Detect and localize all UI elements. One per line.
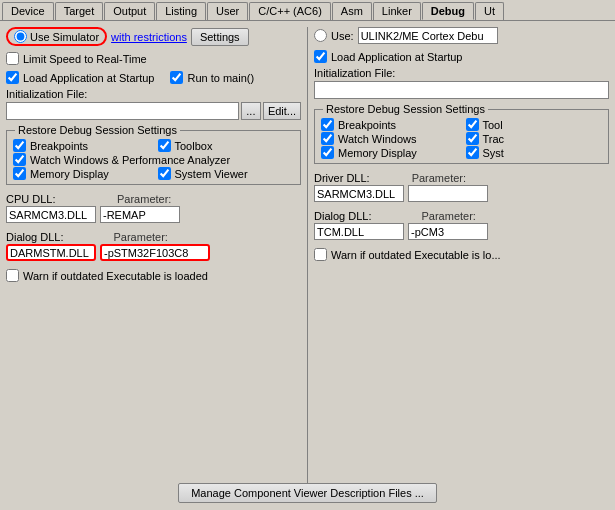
system-viewer-checkbox-left[interactable] <box>158 167 171 180</box>
tab-cpp[interactable]: C/C++ (AC6) <box>249 2 331 20</box>
toolbox-checkbox-right[interactable] <box>466 118 479 131</box>
use-input[interactable] <box>358 27 498 44</box>
toolbox-checkbox-left[interactable] <box>158 139 171 152</box>
warn-checkbox-right[interactable] <box>314 248 327 261</box>
cpu-dll-label: CPU DLL: <box>6 193 61 205</box>
memory-display-row-left: Memory Display <box>13 167 150 180</box>
run-to-main-label: Run to main() <box>187 72 254 84</box>
tab-bar: Device Target Output Listing User C/C++ … <box>0 0 615 21</box>
load-app-checkbox-right[interactable] <box>314 50 327 63</box>
tab-user[interactable]: User <box>207 2 248 20</box>
dialog-dll-input-right[interactable] <box>314 223 404 240</box>
tab-target[interactable]: Target <box>55 2 104 20</box>
limit-speed-checkbox[interactable] <box>6 52 19 65</box>
init-file-section-left: Initialization File: ... Edit... <box>6 88 301 122</box>
system-viewer-row-right: Syst <box>466 146 603 159</box>
toolbox-row-right: Tool <box>466 118 603 131</box>
breakpoints-label-left: Breakpoints <box>30 140 88 152</box>
panel-divider <box>307 27 308 501</box>
toolbox-row-left: Toolbox <box>158 139 295 152</box>
init-file-input-right[interactable] <box>314 81 609 99</box>
restore-group-right: Restore Debug Session Settings Breakpoin… <box>314 109 609 164</box>
tab-ut[interactable]: Ut <box>475 2 504 20</box>
watch-windows-label-left: Watch Windows & Performance Analyzer <box>30 154 230 166</box>
trace-checkbox-right[interactable] <box>466 132 479 145</box>
system-viewer-label-right: Syst <box>483 147 504 159</box>
left-panel: Use Simulator with restrictions Settings… <box>6 27 301 501</box>
breakpoints-row-left: Breakpoints <box>13 139 150 152</box>
tab-asm[interactable]: Asm <box>332 2 372 20</box>
restore-group-title-right: Restore Debug Session Settings <box>323 103 488 115</box>
cpu-param-label: Parameter: <box>117 193 171 205</box>
restore-group-left: Restore Debug Session Settings Breakpoin… <box>6 130 301 185</box>
memory-display-checkbox-left[interactable] <box>13 167 26 180</box>
run-to-main-checkbox[interactable] <box>170 71 183 84</box>
bottom-bar: Manage Component Viewer Description File… <box>0 483 615 503</box>
init-file-label-right: Initialization File: <box>314 67 609 79</box>
init-file-input-left[interactable] <box>6 102 239 120</box>
warn-row-left: Warn if outdated Executable is loaded <box>6 269 301 282</box>
cpu-dll-input[interactable] <box>6 206 96 223</box>
dialog-param-input-left[interactable] <box>100 244 210 261</box>
warn-label-right: Warn if outdated Executable is lo... <box>331 249 501 261</box>
tab-device[interactable]: Device <box>2 2 54 20</box>
manage-button[interactable]: Manage Component Viewer Description File… <box>178 483 437 503</box>
load-app-row-right: Load Application at Startup <box>314 50 609 63</box>
restore-group-title-left: Restore Debug Session Settings <box>15 124 180 136</box>
dialog-param-label-right: Parameter: <box>421 210 475 222</box>
memory-display-checkbox-right[interactable] <box>321 146 334 159</box>
system-viewer-label-left: System Viewer <box>175 168 248 180</box>
restrictions-link[interactable]: with restrictions <box>111 31 187 43</box>
cpu-param-input[interactable] <box>100 206 180 223</box>
memory-display-row-right: Memory Display <box>321 146 458 159</box>
dialog-dll-label-left: Dialog DLL: <box>6 231 63 243</box>
simulator-radio[interactable] <box>14 30 27 43</box>
simulator-box: Use Simulator <box>6 27 107 46</box>
tab-output[interactable]: Output <box>104 2 155 20</box>
dialog-param-label-left: Parameter: <box>113 231 167 243</box>
warn-checkbox-left[interactable] <box>6 269 19 282</box>
system-viewer-row-left: System Viewer <box>158 167 295 180</box>
load-app-row-left: Load Application at Startup <box>6 71 154 84</box>
run-to-main-row: Run to main() <box>170 71 254 84</box>
dialog-dll-section-right: Dialog DLL: Parameter: <box>314 210 609 240</box>
breakpoints-row-right: Breakpoints <box>321 118 458 131</box>
load-app-label-left: Load Application at Startup <box>23 72 154 84</box>
use-label: Use: <box>331 30 354 42</box>
dialog-dll-label-right: Dialog DLL: <box>314 210 371 222</box>
toolbox-label-right: Tool <box>483 119 503 131</box>
init-file-row-left: ... Edit... <box>6 102 301 120</box>
breakpoints-checkbox-right[interactable] <box>321 118 334 131</box>
watch-windows-row-right: Watch Windows <box>321 132 458 145</box>
driver-param-label: Parameter: <box>412 172 466 184</box>
dialog-param-input-right[interactable] <box>408 223 488 240</box>
tab-debug[interactable]: Debug <box>422 2 474 20</box>
warn-label-left: Warn if outdated Executable is loaded <box>23 270 208 282</box>
watch-windows-checkbox-right[interactable] <box>321 132 334 145</box>
browse-button-left[interactable]: ... <box>241 102 261 120</box>
watch-windows-row-left: Watch Windows & Performance Analyzer <box>13 153 294 166</box>
settings-button[interactable]: Settings <box>191 28 249 46</box>
load-app-checkbox-left[interactable] <box>6 71 19 84</box>
cpu-dll-section: CPU DLL: Parameter: <box>6 193 301 223</box>
init-file-section-right: Initialization File: <box>314 67 609 101</box>
memory-display-label-left: Memory Display <box>30 168 109 180</box>
driver-dll-input[interactable] <box>314 185 404 202</box>
trace-label-right: Trac <box>483 133 505 145</box>
edit-button-left[interactable]: Edit... <box>263 102 301 120</box>
tab-listing[interactable]: Listing <box>156 2 206 20</box>
memory-display-label-right: Memory Display <box>338 147 417 159</box>
right-panel: Use: Load Application at Startup Initial… <box>314 27 609 501</box>
dialog-dll-input-left[interactable] <box>6 244 96 261</box>
watch-windows-label-right: Watch Windows <box>338 133 416 145</box>
warn-row-right: Warn if outdated Executable is lo... <box>314 248 609 261</box>
tab-linker[interactable]: Linker <box>373 2 421 20</box>
driver-param-input[interactable] <box>408 185 488 202</box>
system-viewer-checkbox-right[interactable] <box>466 146 479 159</box>
watch-windows-checkbox-left[interactable] <box>13 153 26 166</box>
breakpoints-checkbox-left[interactable] <box>13 139 26 152</box>
breakpoints-label-right: Breakpoints <box>338 119 396 131</box>
dialog-dll-section-left: Dialog DLL: Parameter: <box>6 231 301 261</box>
limit-speed-row: Limit Speed to Real-Time <box>6 52 301 65</box>
use-radio[interactable] <box>314 29 327 42</box>
